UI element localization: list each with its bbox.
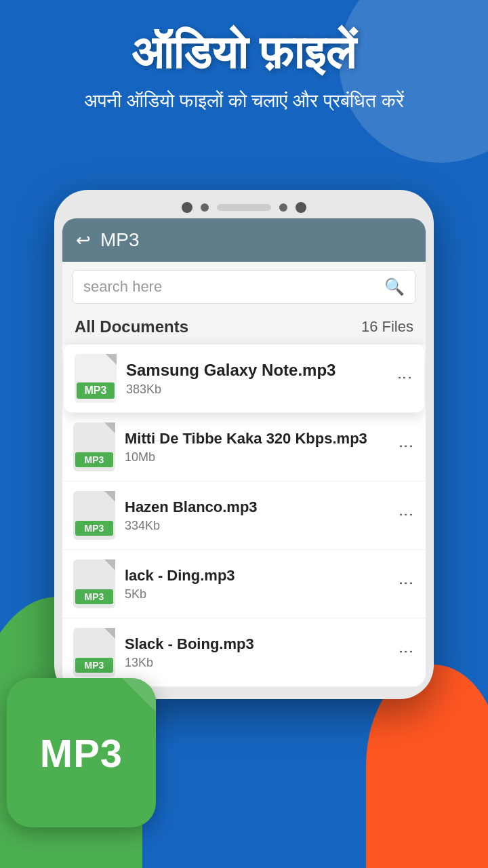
speaker-grille bbox=[217, 204, 271, 211]
file-info-5: Slack - Boing.mp3 13Kb bbox=[125, 635, 388, 670]
mp3-badge-3: MP3 bbox=[75, 521, 113, 536]
file-item-2[interactable]: MP3 Mitti De Tibbe Kaka 320 Kbps.mp3 10M… bbox=[62, 413, 426, 481]
back-icon[interactable]: ↩ bbox=[76, 230, 91, 251]
mp3-badge-1: MP3 bbox=[77, 382, 115, 399]
file-icon-5: MP3 bbox=[73, 628, 115, 677]
file-name-5: Slack - Boing.mp3 bbox=[125, 635, 388, 653]
file-icon-1: MP3 bbox=[75, 354, 117, 403]
camera-dot-3 bbox=[279, 203, 287, 212]
file-item-4[interactable]: MP3 lack - Ding.mp3 5Kb ⋮ bbox=[62, 550, 426, 618]
phone-mockup: ↩ MP3 search here 🔍 All Documents 16 Fil… bbox=[54, 190, 434, 699]
mp3-badge-5: MP3 bbox=[75, 658, 113, 673]
file-name-3: Hazen Blanco.mp3 bbox=[125, 498, 388, 516]
file-doc-shape-5: MP3 bbox=[73, 628, 115, 677]
sub-title: अपनी ऑडियो फाइलों को चलाएं और प्रबंधित क… bbox=[20, 89, 468, 113]
big-mp3-label: MP3 bbox=[40, 730, 123, 776]
file-doc-shape-4: MP3 bbox=[73, 559, 115, 608]
file-item-1[interactable]: MP3 Samsung Galaxy Note.mp3 383Kb ⋮ bbox=[64, 344, 424, 413]
camera-dot-1 bbox=[182, 202, 192, 213]
mp3-badge-2: MP3 bbox=[75, 452, 113, 467]
file-size-5: 13Kb bbox=[125, 656, 388, 670]
file-info-2: Mitti De Tibbe Kaka 320 Kbps.mp3 10Mb bbox=[125, 430, 388, 465]
file-icon-3: MP3 bbox=[73, 491, 115, 540]
more-options-icon-2[interactable]: ⋮ bbox=[397, 439, 415, 455]
screen-header: ↩ MP3 bbox=[62, 218, 426, 262]
file-doc-shape-2: MP3 bbox=[73, 422, 115, 471]
camera-dot-2 bbox=[201, 203, 209, 212]
docs-header: All Documents 16 Files bbox=[62, 312, 426, 344]
search-icon[interactable]: 🔍 bbox=[384, 277, 405, 296]
file-list: MP3 Samsung Galaxy Note.mp3 383Kb ⋮ MP3 bbox=[62, 344, 426, 687]
phone-screen: ↩ MP3 search here 🔍 All Documents 16 Fil… bbox=[62, 218, 426, 687]
file-info-3: Hazen Blanco.mp3 334Kb bbox=[125, 498, 388, 533]
phone-outer: ↩ MP3 search here 🔍 All Documents 16 Fil… bbox=[54, 190, 434, 699]
file-info-4: lack - Ding.mp3 5Kb bbox=[125, 567, 388, 601]
file-size-1: 383Kb bbox=[126, 382, 386, 397]
header-section: ऑडियो फ़ाइलें अपनी ऑडियो फाइलों को चलाएं… bbox=[0, 0, 488, 127]
file-doc-shape-1: MP3 bbox=[75, 354, 117, 403]
file-size-3: 334Kb bbox=[125, 519, 388, 533]
big-mp3-icon: MP3 bbox=[7, 678, 156, 827]
search-input[interactable]: search here bbox=[83, 278, 384, 296]
file-size-2: 10Mb bbox=[125, 450, 388, 465]
more-options-icon-3[interactable]: ⋮ bbox=[397, 507, 415, 524]
more-options-icon-5[interactable]: ⋮ bbox=[397, 644, 415, 660]
file-icon-2: MP3 bbox=[73, 422, 115, 471]
file-size-4: 5Kb bbox=[125, 587, 388, 601]
phone-notch bbox=[62, 202, 426, 213]
mp3-badge-4: MP3 bbox=[75, 589, 113, 604]
more-options-icon-4[interactable]: ⋮ bbox=[397, 576, 415, 592]
screen-title: MP3 bbox=[100, 229, 140, 251]
docs-label: All Documents bbox=[75, 317, 188, 336]
file-doc-shape-3: MP3 bbox=[73, 491, 115, 540]
file-info-1: Samsung Galaxy Note.mp3 383Kb bbox=[126, 361, 386, 397]
file-item-3[interactable]: MP3 Hazen Blanco.mp3 334Kb ⋮ bbox=[62, 481, 426, 550]
file-icon-4: MP3 bbox=[73, 559, 115, 608]
file-name-2: Mitti De Tibbe Kaka 320 Kbps.mp3 bbox=[125, 430, 388, 448]
file-name-4: lack - Ding.mp3 bbox=[125, 567, 388, 585]
more-options-icon-1[interactable]: ⋮ bbox=[396, 370, 413, 387]
file-item-5[interactable]: MP3 Slack - Boing.mp3 13Kb ⋮ bbox=[62, 618, 426, 687]
search-bar[interactable]: search here 🔍 bbox=[72, 270, 416, 304]
files-count: 16 Files bbox=[361, 318, 413, 336]
camera-dot-4 bbox=[296, 202, 306, 213]
main-title: ऑडियो फ़ाइलें bbox=[20, 27, 468, 78]
file-name-1: Samsung Galaxy Note.mp3 bbox=[126, 361, 386, 380]
